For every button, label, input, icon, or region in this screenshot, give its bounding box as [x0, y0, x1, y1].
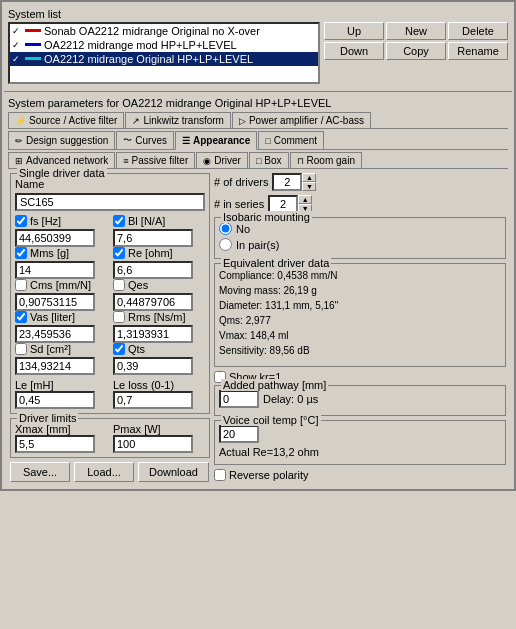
design-icon: ✏ [15, 136, 23, 146]
vas-input[interactable] [15, 325, 95, 343]
sd-checkbox[interactable] [15, 343, 27, 355]
rename-button[interactable]: Rename [448, 42, 508, 60]
equiv-qms: Qms: 2,977 [219, 313, 501, 328]
qts-checkbox[interactable] [113, 343, 125, 355]
xmax-col: Xmax [mm] [15, 423, 107, 453]
fs-row: fs [Hz] [15, 215, 107, 227]
bl-checkbox[interactable] [113, 215, 125, 227]
rms-row: Rms [Ns/m] [113, 311, 205, 323]
isobaric-no-label: No [236, 223, 250, 235]
tab-driver[interactable]: ◉ Driver [196, 152, 248, 169]
limits-cols: Xmax [mm] Pmax [W] [15, 423, 205, 453]
qts-row: Qts [113, 343, 205, 355]
download-button[interactable]: Download [138, 462, 209, 482]
rms-input[interactable] [113, 325, 193, 343]
qts-input[interactable] [113, 357, 193, 375]
rms-label: Rms [Ns/m] [128, 311, 185, 323]
pmax-col: Pmax [W] [113, 423, 205, 453]
equiv-compliance: Compliance: 0,4538 mm/N [219, 268, 501, 283]
qes-input[interactable] [113, 293, 193, 311]
name-input[interactable] [15, 193, 205, 211]
sd-row: Sd [cm²] [15, 343, 107, 355]
list-item[interactable]: ✓ OA2212 midrange mod HP+LP+LEVEL [10, 38, 318, 52]
rms-checkbox[interactable] [113, 311, 125, 323]
num-series-up[interactable]: ▲ [298, 195, 312, 204]
right-col: Bl [N/A] Re [ohm] Qes [113, 215, 205, 375]
network-icon: ⊞ [15, 156, 23, 166]
check-mark: ✓ [12, 40, 24, 50]
le-row: Le [mH] Le loss (0-1) [15, 379, 205, 409]
check-mark: ✓ [12, 26, 24, 36]
actual-re: Actual Re=13,2 ohm [219, 446, 501, 458]
reverse-polarity-checkbox[interactable] [214, 469, 226, 481]
copy-button[interactable]: Copy [386, 42, 446, 60]
list-item-selected[interactable]: ✓ OA2212 midrange Original HP+LP+LEVEL [10, 52, 318, 66]
le-input[interactable] [15, 391, 95, 409]
fs-checkbox[interactable] [15, 215, 27, 227]
main-window: System list ✓ Sonab OA2212 midrange Orig… [0, 0, 516, 491]
cms-input[interactable] [15, 293, 95, 311]
tab-comment[interactable]: □ Comment [258, 131, 324, 150]
fs-label: fs [Hz] [30, 215, 61, 227]
driver-limits-label: Driver limits [17, 412, 78, 424]
num-drivers-down[interactable]: ▼ [302, 182, 316, 191]
isobaric-pair-radio[interactable] [219, 238, 232, 251]
vas-checkbox[interactable] [15, 311, 27, 323]
tab-room-gain[interactable]: ⊓ Room gain [290, 152, 362, 169]
down-button[interactable]: Down [324, 42, 384, 60]
re-input[interactable] [113, 261, 193, 279]
comment-icon: □ [265, 136, 270, 146]
list-item[interactable]: ✓ Sonab OA2212 midrange Original no X-ov… [10, 24, 318, 38]
cms-checkbox[interactable] [15, 279, 27, 291]
re-row: Re [ohm] [113, 247, 205, 259]
qts-label: Qts [128, 343, 145, 355]
tab-label: Power amplifier / AC-bass [249, 115, 364, 126]
pmax-input[interactable] [113, 435, 193, 453]
num-drivers-input[interactable] [272, 173, 302, 191]
curves-icon: 〜 [123, 134, 132, 147]
num-drivers-spinner: ▲ ▼ [272, 173, 316, 191]
isobaric-no-radio[interactable] [219, 222, 232, 235]
vas-label: Vas [liter] [30, 311, 75, 323]
mms-input[interactable] [15, 261, 95, 279]
up-button[interactable]: Up [324, 22, 384, 40]
tab-passive-filter[interactable]: ≡ Passive filter [116, 152, 195, 169]
equiv-group: Equivalent driver data Compliance: 0,453… [214, 263, 506, 367]
tab-box[interactable]: □ Box [249, 152, 289, 169]
box-icon: □ [256, 156, 261, 166]
tab-appearance[interactable]: ☰ Appearance [175, 131, 257, 150]
delete-button[interactable]: Delete [448, 22, 508, 40]
le-loss-input[interactable] [113, 391, 193, 409]
driver-icon: ◉ [203, 156, 211, 166]
isobaric-label: Isobaric mounting [221, 211, 312, 223]
num-drivers-up[interactable]: ▲ [302, 173, 316, 182]
equiv-diameter: Diameter: 131,1 mm, 5,16'' [219, 298, 501, 313]
tab-source-active-filter[interactable]: ⚡ Source / Active filter [8, 112, 124, 129]
single-driver-group: Single driver data Name fs [Hz] [10, 173, 210, 414]
system-list-box[interactable]: ✓ Sonab OA2212 midrange Original no X-ov… [8, 22, 320, 84]
tab-curves[interactable]: 〜 Curves [116, 131, 174, 150]
tab-design[interactable]: ✏ Design suggestion [8, 131, 115, 150]
new-button[interactable]: New [386, 22, 446, 40]
voice-coil-row [219, 425, 501, 443]
xmax-input[interactable] [15, 435, 95, 453]
mms-checkbox[interactable] [15, 247, 27, 259]
color-icon-red [25, 25, 41, 37]
tab-power-amp[interactable]: ▷ Power amplifier / AC-bass [232, 112, 371, 129]
list-item-text: OA2212 midrange mod HP+LP+LEVEL [44, 39, 237, 51]
save-button[interactable]: Save... [10, 462, 70, 482]
mms-row: Mms [g] [15, 247, 107, 259]
sd-input[interactable] [15, 357, 95, 375]
qes-checkbox[interactable] [113, 279, 125, 291]
le-label: Le [mH] [15, 379, 107, 391]
tab-linkwitz[interactable]: ↗ Linkwitz transform [125, 112, 231, 129]
pathway-input[interactable] [219, 390, 259, 408]
load-button[interactable]: Load... [74, 462, 134, 482]
pathway-group: Added pathway [mm] Delay: 0 µs [214, 385, 506, 416]
fs-input[interactable] [15, 229, 95, 247]
pathway-delay: Delay: 0 µs [263, 393, 318, 405]
voice-coil-input[interactable] [219, 425, 259, 443]
re-checkbox[interactable] [113, 247, 125, 259]
bl-input[interactable] [113, 229, 193, 247]
pmax-label: Pmax [W] [113, 423, 205, 435]
